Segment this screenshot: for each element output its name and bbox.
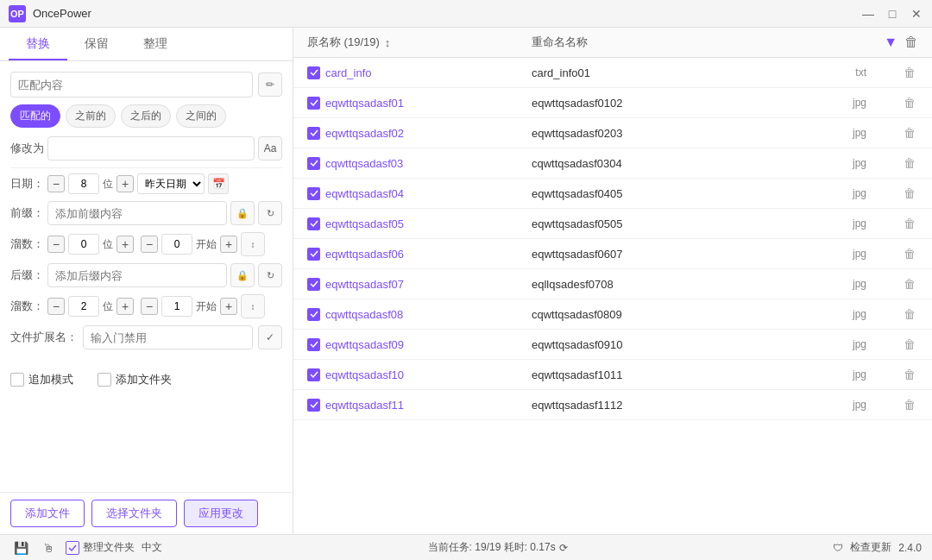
date-minus[interactable]: − xyxy=(47,175,65,192)
add-file-button[interactable]: 添加文件 xyxy=(10,500,85,527)
serial-prefix-plus2[interactable]: + xyxy=(220,236,237,253)
close-button[interactable]: ✕ xyxy=(910,7,923,21)
file-checkbox-1[interactable] xyxy=(307,97,320,110)
serial-prefix-minus2[interactable]: − xyxy=(141,236,158,253)
file-row: cqwttqsadasf03 cqwttqsadasf0304 jpg 🗑 xyxy=(293,148,932,179)
tab-organize[interactable]: 整理 xyxy=(126,28,185,60)
serial-suffix-icon[interactable]: ↕ xyxy=(241,294,265,318)
apply-button[interactable]: 应用更改 xyxy=(184,500,258,527)
match-type-before[interactable]: 之前的 xyxy=(66,104,116,128)
serial-prefix-val2[interactable] xyxy=(161,234,192,255)
delete-icon-6[interactable]: 🗑 xyxy=(901,245,918,262)
file-checkbox-3[interactable] xyxy=(307,157,320,170)
check-update-label[interactable]: 检查更新 xyxy=(850,540,891,555)
tab-replace[interactable]: 替换 xyxy=(9,28,67,60)
modify-row: 修改为 Aa xyxy=(10,136,282,160)
ext-label: 文件扩展名： xyxy=(10,330,78,345)
match-type-after[interactable]: 之后的 xyxy=(121,104,171,128)
delete-icon-7[interactable]: 🗑 xyxy=(901,275,918,293)
delete-icon-0[interactable]: 🗑 xyxy=(901,64,918,81)
serial-suffix-plus1[interactable]: + xyxy=(116,298,134,315)
file-list: card_info card_info01 txt 🗑 eqwttqsadasf… xyxy=(293,58,932,534)
tab-keep[interactable]: 保留 xyxy=(67,28,126,60)
file-checkbox-4[interactable] xyxy=(307,187,320,200)
match-type-matched[interactable]: 匹配的 xyxy=(10,104,60,128)
file-list-header: 原名称 (19/19) ↕ 重命名名称 ▼ 🗑 xyxy=(293,28,932,58)
trash-icon-header[interactable]: 🗑 xyxy=(904,35,918,50)
delete-icon-11[interactable]: 🗑 xyxy=(901,396,918,413)
delete-icon-3[interactable]: 🗑 xyxy=(901,154,918,172)
tabs: 替换 保留 整理 xyxy=(0,28,293,61)
file-checkbox-10[interactable] xyxy=(307,368,320,381)
delete-icon-1[interactable]: 🗑 xyxy=(901,94,918,111)
checkbox-row: 追加模式 添加文件夹 xyxy=(10,372,282,387)
maximize-button[interactable]: □ xyxy=(885,7,899,21)
file-checkbox-7[interactable] xyxy=(307,278,320,291)
serial-suffix-minus2[interactable]: − xyxy=(141,298,158,315)
file-new-name-3: cqwttqsadasf0304 xyxy=(532,157,815,170)
select-folder-button[interactable]: 选择文件夹 xyxy=(91,500,177,527)
suffix-reset-icon[interactable]: ↻ xyxy=(258,263,282,287)
filter-icon[interactable]: ▼ xyxy=(884,35,897,50)
aa-button[interactable]: Aa xyxy=(258,136,282,160)
ext-input[interactable] xyxy=(83,325,253,349)
file-ext-8: jpg xyxy=(815,308,866,320)
file-check-0: card_info xyxy=(307,66,532,79)
file-checkbox-11[interactable] xyxy=(307,399,320,412)
delete-icon-8[interactable]: 🗑 xyxy=(901,305,918,323)
refresh-icon[interactable]: ⟳ xyxy=(559,542,568,554)
organize-label: 整理文件夹 xyxy=(83,540,135,555)
prefix-lock-icon[interactable]: 🔒 xyxy=(230,201,255,225)
serial-prefix-minus1[interactable]: − xyxy=(47,236,65,253)
file-del-5: 🗑 xyxy=(866,215,918,232)
file-ext-6: jpg xyxy=(815,248,866,260)
delete-icon-4[interactable]: 🗑 xyxy=(901,185,918,202)
cursor-icon[interactable]: 🖱 xyxy=(38,538,59,558)
delete-icon-9[interactable]: 🗑 xyxy=(901,336,918,353)
file-checkbox-6[interactable] xyxy=(307,248,320,261)
date-select[interactable]: 昨天日期 今天日期 明天日期 xyxy=(137,173,205,194)
match-type-between[interactable]: 之间的 xyxy=(176,104,226,128)
file-checkbox-2[interactable] xyxy=(307,127,320,140)
suffix-input[interactable] xyxy=(47,263,227,287)
save-icon[interactable]: 💾 xyxy=(10,538,31,558)
file-orig-name-10: eqwttqsadasf10 xyxy=(325,368,404,381)
title-bar: OP OncePower — □ ✕ xyxy=(0,0,932,28)
serial-suffix-val1[interactable] xyxy=(68,296,99,317)
delete-icon-10[interactable]: 🗑 xyxy=(901,366,918,383)
serial-prefix-val1[interactable] xyxy=(68,234,99,255)
match-edit-icon[interactable]: ✏ xyxy=(258,72,282,97)
delete-icon-5[interactable]: 🗑 xyxy=(901,215,918,232)
window-controls: — □ ✕ xyxy=(861,7,923,21)
date-plus[interactable]: + xyxy=(116,175,134,192)
serial-prefix-icon[interactable]: ↕ xyxy=(241,232,265,256)
file-checkbox-8[interactable] xyxy=(307,308,320,321)
match-input[interactable] xyxy=(10,72,253,98)
serial-suffix-minus1[interactable]: − xyxy=(47,298,65,315)
serial-prefix-plus1[interactable]: + xyxy=(116,236,134,253)
serial-suffix-plus2[interactable]: + xyxy=(220,298,237,315)
file-row: card_info card_info01 txt 🗑 xyxy=(293,58,932,88)
serial-suffix-val2[interactable] xyxy=(161,296,192,317)
file-checkbox-9[interactable] xyxy=(307,338,320,351)
checkbox-append-mode[interactable]: 追加模式 xyxy=(10,372,73,387)
sort-icon[interactable]: ↕ xyxy=(385,36,391,49)
delete-icon-2[interactable]: 🗑 xyxy=(901,124,918,142)
suffix-lock-icon[interactable]: 🔒 xyxy=(230,263,255,287)
prefix-reset-icon[interactable]: ↻ xyxy=(258,201,282,225)
main-window: OP OncePower — □ ✕ 替换 保留 整理 ✏ xyxy=(0,0,932,560)
date-digits-unit: 位 xyxy=(103,177,113,192)
ext-check-icon[interactable]: ✓ xyxy=(258,325,282,349)
minimize-button[interactable]: — xyxy=(861,7,875,21)
checkbox-add-folder[interactable]: 添加文件夹 xyxy=(98,372,172,387)
calendar-button[interactable]: 📅 xyxy=(208,173,229,194)
date-digits-input[interactable] xyxy=(68,173,99,194)
modify-input[interactable] xyxy=(47,136,255,160)
checkbox-append-mode-box[interactable] xyxy=(10,373,24,387)
orig-name-header: 原名称 (19/19) xyxy=(307,35,380,50)
checkbox-add-folder-box[interactable] xyxy=(98,373,111,387)
prefix-input[interactable] xyxy=(47,201,227,225)
file-checkbox-5[interactable] xyxy=(307,217,320,230)
organize-checkbox[interactable]: 整理文件夹 xyxy=(66,540,135,555)
file-checkbox-0[interactable] xyxy=(307,66,320,79)
